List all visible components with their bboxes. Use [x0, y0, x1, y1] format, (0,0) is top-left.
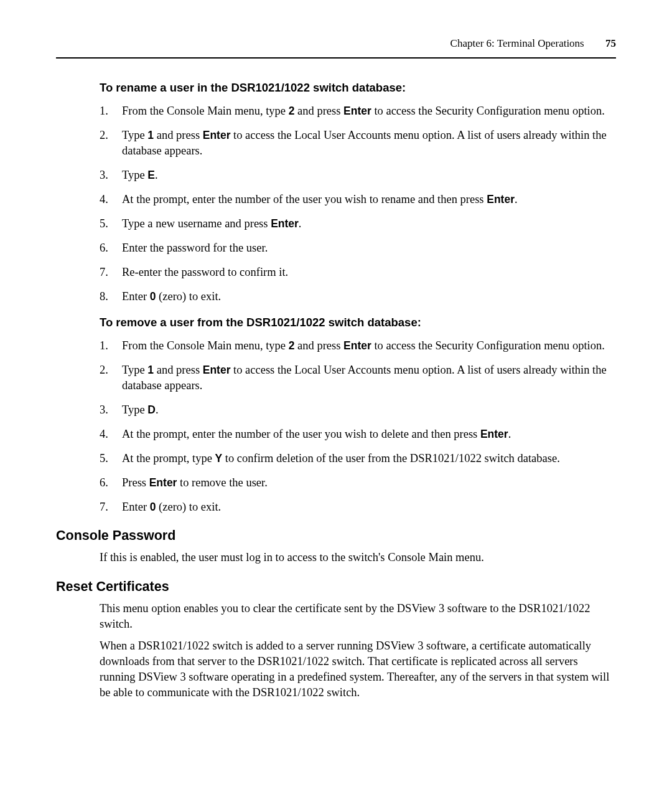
key-enter: Enter: [343, 339, 371, 352]
list-item: Type a new username and press Enter.: [100, 216, 616, 232]
list-item: Type 1 and press Enter to access the Loc…: [100, 362, 616, 394]
list-item: Re-enter the password to confirm it.: [100, 265, 616, 280]
key-enter: Enter: [203, 129, 231, 141]
key-d: D: [147, 404, 156, 416]
remove-user-steps: From the Console Main menu, type 2 and p…: [100, 338, 616, 515]
list-item: From the Console Main menu, type 2 and p…: [100, 103, 616, 119]
list-item: Type E.: [100, 168, 616, 183]
reset-certificates-heading: Reset Certificates: [56, 579, 616, 595]
reset-certificates-para1: This menu option enables you to clear th…: [100, 601, 616, 632]
key-0: 0: [150, 501, 156, 513]
key-2: 2: [289, 339, 295, 352]
list-item: Enter 0 (zero) to exit.: [100, 499, 616, 515]
key-1: 1: [147, 364, 154, 376]
key-enter: Enter: [480, 428, 508, 440]
list-item: Press Enter to remove the user.: [100, 475, 616, 491]
key-e: E: [147, 169, 155, 181]
list-item: Enter 0 (zero) to exit.: [100, 289, 616, 304]
key-0: 0: [150, 290, 156, 303]
key-2: 2: [289, 105, 295, 117]
page: Chapter 6: Terminal Operations 75 To ren…: [0, 0, 672, 744]
rename-user-steps: From the Console Main menu, type 2 and p…: [100, 103, 616, 304]
list-item: Type 1 and press Enter to access the Loc…: [100, 128, 616, 159]
key-1: 1: [147, 129, 154, 141]
list-item: At the prompt, type Y to confirm deletio…: [100, 451, 616, 466]
list-item: At the prompt, enter the number of the u…: [100, 192, 616, 207]
page-number: 75: [605, 37, 616, 49]
key-y: Y: [215, 452, 223, 465]
list-item: Enter the password for the user.: [100, 240, 616, 256]
console-password-para: If this is enabled, the user must log in…: [100, 550, 616, 565]
reset-certificates-para2: When a DSR1021/1022 switch is added to a…: [100, 638, 616, 701]
key-enter: Enter: [203, 364, 231, 376]
chapter-label: Chapter 6: Terminal Operations: [450, 37, 584, 49]
rename-user-title: To rename a user in the DSR1021/1022 swi…: [100, 81, 616, 95]
key-enter: Enter: [487, 193, 515, 205]
key-enter: Enter: [343, 105, 371, 117]
key-enter: Enter: [149, 476, 177, 489]
list-item: Type D.: [100, 402, 616, 418]
page-header: Chapter 6: Terminal Operations 75: [56, 37, 616, 59]
key-enter: Enter: [271, 217, 299, 230]
list-item: At the prompt, enter the number of the u…: [100, 427, 616, 442]
list-item: From the Console Main menu, type 2 and p…: [100, 338, 616, 354]
console-password-heading: Console Password: [56, 528, 616, 544]
page-content: To rename a user in the DSR1021/1022 swi…: [56, 81, 616, 701]
remove-user-title: To remove a user from the DSR1021/1022 s…: [100, 316, 616, 329]
